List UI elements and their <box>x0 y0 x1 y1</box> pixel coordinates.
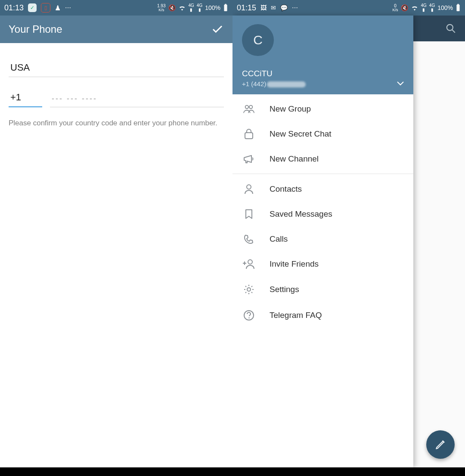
page-title: Your Phone <box>9 23 62 35</box>
gear-icon <box>243 284 255 295</box>
menu-label: Calls <box>270 234 288 244</box>
svg-point-7 <box>249 106 252 109</box>
menu-telegram-faq[interactable]: Telegram FAQ <box>232 302 413 328</box>
menu-settings[interactable]: Settings <box>232 277 413 302</box>
menu-label: Saved Messages <box>270 209 332 219</box>
drawer-scrim[interactable] <box>413 16 465 467</box>
menu-new-secret-chat[interactable]: New Secret Chat <box>232 121 413 147</box>
battery-text: 100% <box>205 4 220 11</box>
status-more-icon: ⋯ <box>292 4 298 11</box>
signal-4g-icon-1: 4G▮ <box>189 3 194 12</box>
status-icon-chat: 💬 <box>280 4 288 11</box>
drawer-header: C CCCiTU +1 (442) <box>232 16 413 94</box>
wifi-icon <box>411 5 418 11</box>
menu-label: New Channel <box>270 154 319 164</box>
drawer-section-create: New Group New Secret Chat New Channel <box>232 94 413 174</box>
menu-label: New Group <box>270 104 311 114</box>
help-icon <box>243 310 255 321</box>
status-bar: 01:15 🖼 ✉ 💬 ⋯ 0 K/s 🔇 4G▮ 4G▮ 100% <box>232 0 465 16</box>
menu-label: Settings <box>270 285 299 294</box>
status-icon-app1: ✓ <box>28 3 37 12</box>
megaphone-icon <box>243 154 255 164</box>
svg-point-13 <box>248 317 250 319</box>
avatar[interactable]: C <box>242 24 274 56</box>
account-switcher-button[interactable] <box>397 81 404 86</box>
screenshot-pair: 01:13 ✓ ▯ ♟ ⋯ 1.93 K/s 🔇 4G▮ 4G▮ 100% Yo… <box>0 0 465 476</box>
bookmark-icon <box>243 209 255 219</box>
signal-4g-icon-2: 4G▮ <box>197 3 202 12</box>
status-time: 01:13 <box>4 3 24 12</box>
svg-rect-3 <box>457 4 459 5</box>
status-bar: 01:13 ✓ ▯ ♟ ⋯ 1.93 K/s 🔇 4G▮ 4G▮ 100% <box>0 0 232 16</box>
menu-new-channel[interactable]: New Channel <box>232 147 413 171</box>
svg-rect-2 <box>456 5 459 11</box>
mute-icon: 🔇 <box>401 4 408 11</box>
screen-drawer-open: 01:15 🖼 ✉ 💬 ⋯ 0 K/s 🔇 4G▮ 4G▮ 100% <box>232 0 465 476</box>
svg-rect-8 <box>245 133 253 139</box>
help-text: Please confirm your country code and ent… <box>9 118 224 129</box>
svg-rect-1 <box>225 4 226 5</box>
menu-new-group[interactable]: New Group <box>232 97 413 121</box>
svg-rect-0 <box>224 5 227 11</box>
status-icon-mail: ✉ <box>271 4 276 11</box>
person-add-icon <box>243 259 255 269</box>
country-code-field[interactable]: +1 <box>9 88 42 107</box>
status-icon-app2: ▯ <box>41 3 50 12</box>
mute-icon: 🔇 <box>168 4 176 11</box>
status-icon-app3: ♟ <box>55 4 61 12</box>
status-time: 01:15 <box>237 3 256 12</box>
battery-icon <box>456 4 461 12</box>
navigation-drawer: C CCCiTU +1 (442) New Group New Secret C… <box>232 16 413 467</box>
drawer-section-main: Contacts Saved Messages Calls Invite Fri… <box>232 174 413 331</box>
menu-calls[interactable]: Calls <box>232 227 413 252</box>
battery-icon <box>223 4 228 12</box>
menu-label: Contacts <box>270 184 302 194</box>
app-header: Your Phone <box>0 16 232 43</box>
menu-saved-messages[interactable]: Saved Messages <box>232 202 413 227</box>
wifi-icon <box>178 5 186 11</box>
signal-4g-icon-1: 4G▮ <box>421 3 427 12</box>
menu-label: Invite Friends <box>270 259 319 269</box>
menu-contacts[interactable]: Contacts <box>232 177 413 202</box>
menu-label: New Secret Chat <box>270 129 332 139</box>
compose-fab[interactable] <box>426 430 455 459</box>
phone-number-field[interactable]: --- --- ---- <box>50 91 224 107</box>
lock-icon <box>243 128 255 140</box>
group-icon <box>243 104 255 114</box>
svg-point-10 <box>248 260 252 264</box>
svg-point-9 <box>247 185 251 189</box>
svg-point-6 <box>245 106 248 109</box>
person-icon <box>243 184 255 194</box>
screen-your-phone: 01:13 ✓ ▯ ♟ ⋯ 1.93 K/s 🔇 4G▮ 4G▮ 100% Yo… <box>0 0 232 476</box>
menu-invite-friends[interactable]: Invite Friends <box>232 252 413 277</box>
country-field[interactable]: USA <box>9 59 224 77</box>
android-nav-bar <box>0 467 232 476</box>
account-name: CCCiTU <box>242 69 405 78</box>
network-speed: 0 K/s <box>392 4 398 12</box>
menu-label: Telegram FAQ <box>270 311 322 320</box>
svg-point-11 <box>247 288 251 291</box>
status-icon-gallery: 🖼 <box>260 4 267 11</box>
android-nav-bar <box>232 467 465 476</box>
account-phone: +1 (442) <box>242 80 405 87</box>
status-more-icon: ⋯ <box>65 4 71 11</box>
confirm-button[interactable] <box>211 23 224 36</box>
phone-icon <box>243 234 255 244</box>
signal-4g-icon-2: 4G▮ <box>429 3 435 12</box>
battery-text: 100% <box>437 4 453 11</box>
network-speed: 1.93 K/s <box>157 4 165 12</box>
phone-masked <box>267 81 306 87</box>
